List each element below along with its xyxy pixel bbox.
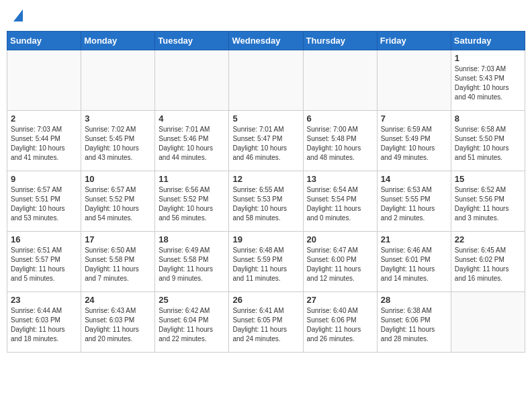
day-info: Sunrise: 6:57 AM Sunset: 5:51 PM Dayligh…	[11, 185, 77, 223]
weekday-header-wednesday: Wednesday	[229, 32, 303, 50]
day-number: 18	[159, 234, 225, 244]
calendar-week-row: 16Sunrise: 6:51 AM Sunset: 5:57 PM Dayli…	[7, 232, 525, 292]
day-number: 4	[159, 113, 225, 124]
day-number: 25	[159, 295, 225, 305]
calendar-table: SundayMondayTuesdayWednesdayThursdayFrid…	[7, 31, 525, 353]
day-number: 5	[232, 113, 299, 124]
calendar-cell: 17Sunrise: 6:50 AM Sunset: 5:58 PM Dayli…	[81, 232, 155, 292]
calendar-cell: 11Sunrise: 6:56 AM Sunset: 5:52 PM Dayli…	[155, 171, 229, 232]
day-number: 24	[85, 295, 151, 305]
day-number: 28	[381, 295, 447, 305]
calendar-cell: 26Sunrise: 6:41 AM Sunset: 6:05 PM Dayli…	[229, 292, 303, 353]
calendar-cell: 1Sunrise: 7:03 AM Sunset: 5:43 PM Daylig…	[451, 50, 525, 111]
day-info: Sunrise: 7:03 AM Sunset: 5:44 PM Dayligh…	[11, 125, 77, 163]
calendar-week-row: 23Sunrise: 6:44 AM Sunset: 6:03 PM Dayli…	[7, 292, 525, 353]
day-info: Sunrise: 6:41 AM Sunset: 6:05 PM Dayligh…	[232, 306, 299, 344]
day-info: Sunrise: 6:51 AM Sunset: 5:57 PM Dayligh…	[11, 246, 77, 283]
calendar-cell: 24Sunrise: 6:43 AM Sunset: 6:03 PM Dayli…	[81, 292, 155, 353]
calendar-cell: 19Sunrise: 6:48 AM Sunset: 5:59 PM Dayli…	[229, 232, 303, 292]
day-info: Sunrise: 6:59 AM Sunset: 5:49 PM Dayligh…	[381, 125, 447, 163]
calendar-header-row: SundayMondayTuesdayWednesdayThursdayFrid…	[7, 32, 525, 50]
day-number: 14	[381, 174, 447, 184]
logo-icon	[13, 9, 23, 21]
weekday-header-tuesday: Tuesday	[155, 32, 229, 50]
day-number: 10	[85, 174, 151, 184]
day-number: 21	[381, 234, 447, 244]
day-info: Sunrise: 7:02 AM Sunset: 5:45 PM Dayligh…	[85, 125, 151, 163]
calendar-cell	[303, 50, 377, 111]
calendar-cell	[155, 50, 229, 111]
calendar-cell: 14Sunrise: 6:53 AM Sunset: 5:55 PM Dayli…	[377, 171, 451, 232]
day-number: 15	[455, 174, 521, 184]
day-number: 9	[11, 174, 77, 184]
calendar-cell: 13Sunrise: 6:54 AM Sunset: 5:54 PM Dayli…	[303, 171, 377, 232]
day-number: 2	[11, 113, 77, 124]
calendar-cell	[229, 50, 303, 111]
calendar-week-row: 1Sunrise: 7:03 AM Sunset: 5:43 PM Daylig…	[7, 50, 525, 111]
calendar-cell: 7Sunrise: 6:59 AM Sunset: 5:49 PM Daylig…	[377, 111, 451, 171]
weekday-header-saturday: Saturday	[451, 32, 525, 50]
calendar-week-row: 2Sunrise: 7:03 AM Sunset: 5:44 PM Daylig…	[7, 111, 525, 171]
logo	[12, 9, 23, 24]
day-info: Sunrise: 6:44 AM Sunset: 6:03 PM Dayligh…	[11, 306, 77, 344]
calendar-cell	[81, 50, 155, 111]
day-info: Sunrise: 6:38 AM Sunset: 6:06 PM Dayligh…	[381, 306, 447, 344]
day-info: Sunrise: 6:53 AM Sunset: 5:55 PM Dayligh…	[381, 185, 447, 223]
day-number: 11	[159, 174, 225, 184]
day-info: Sunrise: 6:57 AM Sunset: 5:52 PM Dayligh…	[85, 185, 151, 223]
calendar-cell	[377, 50, 451, 111]
calendar-cell: 10Sunrise: 6:57 AM Sunset: 5:52 PM Dayli…	[81, 171, 155, 232]
day-info: Sunrise: 6:42 AM Sunset: 6:04 PM Dayligh…	[159, 306, 225, 344]
weekday-header-monday: Monday	[81, 32, 155, 50]
day-info: Sunrise: 6:40 AM Sunset: 6:06 PM Dayligh…	[307, 306, 373, 344]
calendar-cell: 20Sunrise: 6:47 AM Sunset: 6:00 PM Dayli…	[303, 232, 377, 292]
day-number: 6	[307, 113, 373, 124]
weekday-header-thursday: Thursday	[303, 32, 377, 50]
day-number: 22	[455, 234, 521, 244]
day-info: Sunrise: 7:03 AM Sunset: 5:43 PM Dayligh…	[455, 64, 521, 102]
calendar-cell: 28Sunrise: 6:38 AM Sunset: 6:06 PM Dayli…	[377, 292, 451, 353]
day-info: Sunrise: 6:43 AM Sunset: 6:03 PM Dayligh…	[85, 306, 151, 344]
day-number: 16	[11, 234, 77, 244]
weekday-header-friday: Friday	[377, 32, 451, 50]
calendar-week-row: 9Sunrise: 6:57 AM Sunset: 5:51 PM Daylig…	[7, 171, 525, 232]
calendar-cell: 16Sunrise: 6:51 AM Sunset: 5:57 PM Dayli…	[7, 232, 81, 292]
calendar-cell: 18Sunrise: 6:49 AM Sunset: 5:58 PM Dayli…	[155, 232, 229, 292]
calendar-cell	[451, 292, 525, 353]
day-info: Sunrise: 6:56 AM Sunset: 5:52 PM Dayligh…	[159, 185, 225, 223]
calendar-cell: 5Sunrise: 7:01 AM Sunset: 5:47 PM Daylig…	[229, 111, 303, 171]
day-number: 20	[307, 234, 373, 244]
day-number: 12	[232, 174, 299, 184]
calendar-cell: 22Sunrise: 6:45 AM Sunset: 6:02 PM Dayli…	[451, 232, 525, 292]
day-number: 7	[381, 113, 447, 124]
day-number: 1	[455, 53, 521, 63]
calendar-cell: 12Sunrise: 6:55 AM Sunset: 5:53 PM Dayli…	[229, 171, 303, 232]
day-info: Sunrise: 7:01 AM Sunset: 5:47 PM Dayligh…	[232, 125, 299, 163]
calendar-cell: 25Sunrise: 6:42 AM Sunset: 6:04 PM Dayli…	[155, 292, 229, 353]
day-number: 19	[232, 234, 299, 244]
day-info: Sunrise: 6:49 AM Sunset: 5:58 PM Dayligh…	[159, 246, 225, 283]
day-info: Sunrise: 6:54 AM Sunset: 5:54 PM Dayligh…	[307, 185, 373, 223]
calendar-cell: 9Sunrise: 6:57 AM Sunset: 5:51 PM Daylig…	[7, 171, 81, 232]
day-number: 8	[455, 113, 521, 124]
calendar-cell: 6Sunrise: 7:00 AM Sunset: 5:48 PM Daylig…	[303, 111, 377, 171]
day-info: Sunrise: 7:01 AM Sunset: 5:46 PM Dayligh…	[159, 125, 225, 163]
calendar-cell: 23Sunrise: 6:44 AM Sunset: 6:03 PM Dayli…	[7, 292, 81, 353]
day-number: 17	[85, 234, 151, 244]
calendar-cell: 21Sunrise: 6:46 AM Sunset: 6:01 PM Dayli…	[377, 232, 451, 292]
calendar-cell: 4Sunrise: 7:01 AM Sunset: 5:46 PM Daylig…	[155, 111, 229, 171]
day-number: 23	[11, 295, 77, 305]
calendar-cell: 3Sunrise: 7:02 AM Sunset: 5:45 PM Daylig…	[81, 111, 155, 171]
weekday-header-sunday: Sunday	[7, 32, 81, 50]
day-info: Sunrise: 6:52 AM Sunset: 5:56 PM Dayligh…	[455, 185, 521, 223]
day-number: 26	[232, 295, 299, 305]
calendar-cell: 15Sunrise: 6:52 AM Sunset: 5:56 PM Dayli…	[451, 171, 525, 232]
day-info: Sunrise: 6:58 AM Sunset: 5:50 PM Dayligh…	[455, 125, 521, 163]
day-number: 27	[307, 295, 373, 305]
page-header	[7, 7, 525, 27]
day-number: 3	[85, 113, 151, 124]
calendar-cell: 2Sunrise: 7:03 AM Sunset: 5:44 PM Daylig…	[7, 111, 81, 171]
day-info: Sunrise: 6:47 AM Sunset: 6:00 PM Dayligh…	[307, 246, 373, 283]
day-info: Sunrise: 6:48 AM Sunset: 5:59 PM Dayligh…	[232, 246, 299, 283]
day-info: Sunrise: 6:50 AM Sunset: 5:58 PM Dayligh…	[85, 246, 151, 283]
